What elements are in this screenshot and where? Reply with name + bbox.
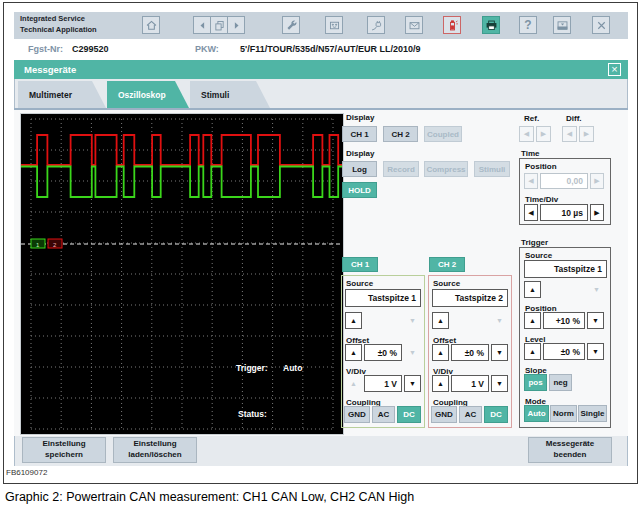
ch2-source-value[interactable]: Tastspitze 2 (432, 289, 508, 307)
ch2-offset-up-button[interactable]: ▲ (432, 344, 449, 361)
ch1-vdiv-up-button: ▲ (345, 375, 362, 392)
down-arrow-icon: ▼ (409, 380, 416, 387)
tab-stimuli[interactable]: Stimuli (190, 81, 270, 108)
diff-prev-button: ◀ (562, 126, 577, 142)
home-button[interactable] (142, 16, 160, 34)
mode-norm-button[interactable]: Norm (550, 405, 577, 422)
button-label: Coupled (427, 130, 459, 139)
button-label: neg (553, 378, 567, 387)
button-label: CH 1 (350, 130, 368, 139)
trigger-position-down-button[interactable]: ▼ (587, 312, 604, 329)
display-ch2-button[interactable]: CH 2 (383, 126, 418, 142)
end-measuring-devices-button[interactable]: Messegeräte beenden (528, 437, 612, 463)
minimize-icon (556, 19, 569, 32)
messages-button[interactable] (405, 16, 423, 34)
mode-auto-button[interactable]: Auto (524, 405, 549, 422)
battery-icon (446, 19, 459, 32)
trigger-position-up-button[interactable]: ▲ (524, 312, 541, 329)
ch2-gnd-button[interactable]: GND (431, 406, 457, 423)
button-label: Single (580, 409, 604, 418)
service-functions-button[interactable] (282, 16, 300, 34)
hold-button[interactable]: HOLD (342, 182, 377, 198)
ch1-ac-button[interactable]: AC (372, 406, 395, 423)
trigger-source-up-button[interactable]: ▲ (524, 281, 541, 298)
back-button[interactable] (193, 16, 211, 34)
documents-button[interactable] (210, 16, 228, 34)
slope-neg-button[interactable]: neg (549, 374, 572, 391)
scope-markers: 12 (31, 239, 62, 248)
trigger-level-up-button[interactable]: ▲ (524, 343, 541, 360)
time-position-increase-button: ▶ (590, 173, 604, 189)
timediv-decrease-button[interactable]: ◀ (524, 204, 538, 221)
measuring-devices-button[interactable] (325, 16, 343, 34)
ch1-dc-button[interactable]: DC (397, 406, 421, 423)
ch2-vdiv-down-button[interactable]: ▼ (491, 375, 508, 392)
help-button[interactable]: ? (519, 16, 537, 34)
ch2-ac-button[interactable]: AC (459, 406, 482, 423)
right-arrow-icon: ▶ (584, 130, 589, 138)
tab-label: Oszilloskop (118, 90, 166, 100)
scope-channel-marker-1: 1 (31, 239, 45, 248)
ch1-header-button[interactable]: CH 1 (342, 257, 378, 272)
print-button[interactable] (482, 16, 500, 34)
display-log-button[interactable]: Log (342, 161, 377, 177)
save-settings-button[interactable]: Einstellung speichern (22, 437, 106, 463)
button-label: GND (348, 410, 366, 419)
ch2-header-button[interactable]: CH 2 (429, 257, 465, 272)
ch2-offset-down-button[interactable]: ▼ (491, 344, 508, 361)
button-label: Log (352, 165, 367, 174)
trigger-level-down-button[interactable]: ▼ (587, 343, 604, 360)
button-label: beenden (554, 450, 587, 461)
oscilloscope-display: 12 Trigger: Auto Status: (20, 113, 344, 435)
display-compress-button: Compress (424, 161, 468, 177)
ch1-offset-value: ±0 % (364, 344, 402, 361)
mode-single-button[interactable]: Single (578, 405, 607, 422)
slope-pos-button[interactable]: pos (524, 374, 547, 391)
forward-button[interactable] (227, 16, 245, 34)
scope-status-label: Status: (238, 409, 267, 419)
display-ch1-button[interactable]: CH 1 (342, 126, 377, 142)
battery-status-button[interactable] (443, 16, 461, 34)
minimize-window-button[interactable] (553, 16, 571, 34)
button-label: Norm (553, 409, 574, 418)
ch1-vdiv-down-button[interactable]: ▼ (404, 375, 421, 392)
button-label: Einstellung (133, 439, 176, 450)
ch2-dc-button[interactable]: DC (484, 406, 508, 423)
diff-label: Diff. (566, 114, 582, 123)
down-arrow-icon: ▼ (496, 380, 503, 387)
connection-button[interactable] (367, 16, 385, 34)
ch2-source-up-button[interactable]: ▲ (432, 312, 449, 329)
ch1-source-value[interactable]: Tastspitze 1 (345, 289, 421, 307)
ch1-offset-up-button[interactable]: ▲ (345, 344, 362, 361)
left-arrow-icon: ◀ (524, 130, 529, 138)
button-label: HOLD (348, 186, 371, 195)
figure-id: FB6109072 (6, 468, 47, 477)
time-position-label: Position (525, 162, 557, 171)
trigger-source-value[interactable]: Tastspitze 1 (524, 260, 607, 278)
load-delete-settings-button[interactable]: Einstellung laden/löschen (113, 437, 197, 463)
button-label: Stimuli (479, 165, 506, 174)
tab-oszilloskop[interactable]: Oszilloskop (107, 81, 189, 108)
ch1-source-up-button[interactable]: ▲ (345, 312, 362, 329)
caption: Graphic 2: Powertrain CAN measurement: C… (5, 490, 414, 504)
timediv-increase-button[interactable]: ▶ (590, 204, 604, 221)
scope-channel-marker-2: 2 (48, 239, 62, 248)
trigger-level-value: ±0 % (543, 343, 585, 360)
pkw-value: 5'/F11/TOUR/535d/N57/AUT/EUR LL/2010/9 (240, 44, 421, 54)
close-app-button[interactable] (592, 16, 610, 34)
ch2-vdiv-up-button[interactable]: ▲ (432, 375, 449, 392)
scope-trigger-label: Trigger: (236, 363, 268, 373)
button-label: CH 2 (438, 260, 456, 269)
forward-arrow-icon (230, 19, 243, 32)
ch1-gnd-button[interactable]: GND (344, 406, 370, 423)
tab-multimeter[interactable]: Multimeter (18, 81, 106, 108)
down-arrow-icon: ▼ (592, 317, 599, 324)
tab-label: Stimuli (201, 90, 229, 100)
dialog-close-button[interactable]: × (608, 63, 621, 76)
ref-next-button: ▶ (536, 126, 551, 142)
button-label: CH 1 (351, 260, 369, 269)
button-label: Messegeräte (546, 439, 594, 450)
help-icon: ? (524, 18, 531, 32)
close-icon (595, 19, 608, 32)
display-coupled-button: Coupled (424, 126, 462, 142)
